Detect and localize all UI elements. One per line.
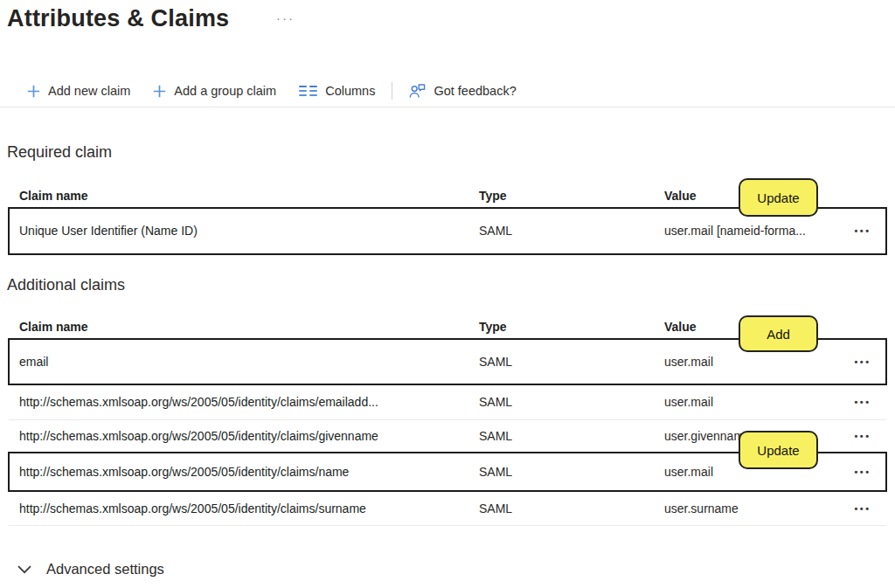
got-feedback-label: Got feedback?: [434, 84, 516, 98]
feedback-person-icon: [409, 84, 426, 99]
column-header-type: Type: [479, 320, 664, 334]
add-group-claim-label: Add a group claim: [174, 84, 276, 98]
claim-name-cell[interactable]: http://schemas.xmlsoap.org/ws/2005/05/id…: [19, 465, 479, 479]
annotation-callout-update-required: Update: [739, 178, 818, 217]
command-bar: Add new claim Add a group claim Columns: [0, 75, 895, 107]
claim-type-cell: SAML: [479, 395, 664, 409]
table-row-surname[interactable]: http://schemas.xmlsoap.org/ws/2005/05/id…: [9, 491, 886, 526]
row-ellipsis-menu-icon[interactable]: •••: [847, 427, 876, 445]
claim-name-cell[interactable]: http://schemas.xmlsoap.org/ws/2005/05/id…: [19, 395, 479, 409]
got-feedback-button[interactable]: Got feedback?: [398, 79, 527, 104]
row-ellipsis-menu-icon[interactable]: •••: [847, 463, 876, 481]
column-header-claim-name: Claim name: [19, 320, 479, 334]
claim-name-cell[interactable]: email: [19, 355, 479, 369]
columns-button[interactable]: Columns: [288, 79, 386, 103]
add-new-claim-label: Add new claim: [48, 84, 130, 98]
claim-value-cell: user.mail [nameid-forma...: [664, 224, 837, 238]
claim-type-cell: SAML: [479, 465, 664, 479]
table-row-emailaddress[interactable]: http://schemas.xmlsoap.org/ws/2005/05/id…: [9, 384, 886, 420]
claim-type-cell: SAML: [479, 429, 664, 443]
toolbar-divider: [392, 82, 392, 100]
annotation-callout-update-name: Update: [739, 431, 818, 469]
row-ellipsis-menu-icon[interactable]: •••: [847, 500, 876, 517]
row-ellipsis-menu-icon[interactable]: •••: [847, 222, 876, 239]
claim-value-cell: user.mail: [664, 395, 837, 409]
claim-type-cell: SAML: [479, 355, 664, 369]
attributes-claims-page: Attributes & Claims ··· Add new claim Ad…: [0, 0, 895, 588]
advanced-settings-toggle[interactable]: Advanced settings: [17, 561, 164, 578]
more-options-button[interactable]: ···: [276, 10, 295, 25]
claim-type-cell: SAML: [479, 224, 664, 238]
page-title: Attributes & Claims: [7, 5, 229, 32]
claim-name-cell[interactable]: http://schemas.xmlsoap.org/ws/2005/05/id…: [19, 502, 479, 515]
annotation-callout-add-email: Add: [739, 315, 818, 352]
columns-icon: [299, 86, 317, 97]
plus-icon: [153, 85, 166, 98]
plus-icon: [27, 85, 40, 98]
row-ellipsis-menu-icon[interactable]: •••: [847, 353, 876, 370]
additional-claims-heading: Additional claims: [7, 276, 125, 294]
columns-label: Columns: [325, 84, 375, 98]
chevron-down-icon: [17, 565, 31, 574]
claim-value-cell: user.surname: [664, 502, 837, 515]
column-header-claim-name: Claim name: [19, 189, 479, 203]
required-claim-heading: Required claim: [7, 143, 112, 162]
claim-value-cell: user.mail: [664, 355, 837, 369]
row-ellipsis-menu-icon[interactable]: •••: [847, 393, 876, 411]
column-header-type: Type: [479, 189, 664, 203]
claim-name-cell[interactable]: Unique User Identifier (Name ID): [19, 224, 479, 238]
claim-name-cell[interactable]: http://schemas.xmlsoap.org/ws/2005/05/id…: [19, 429, 479, 443]
claim-type-cell: SAML: [479, 502, 664, 515]
add-new-claim-button[interactable]: Add new claim: [16, 79, 142, 103]
advanced-settings-label: Advanced settings: [46, 561, 164, 578]
add-group-claim-button[interactable]: Add a group claim: [142, 79, 288, 103]
